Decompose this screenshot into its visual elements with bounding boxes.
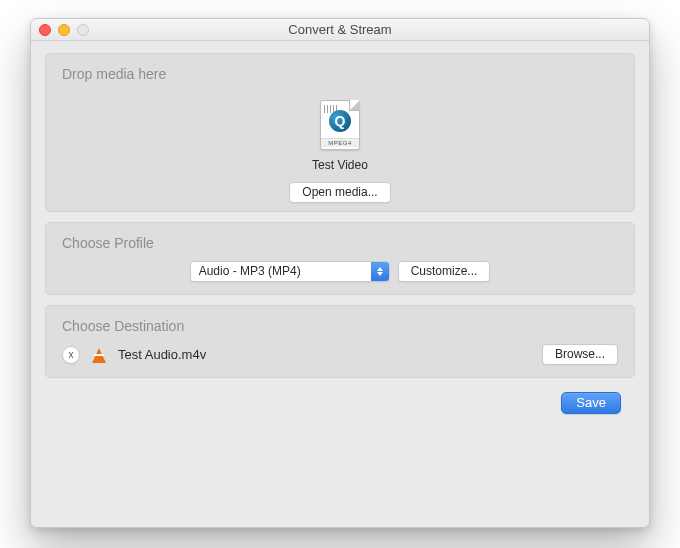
maximize-icon [77, 24, 89, 36]
media-file-icon: Q MPEG4 [320, 100, 360, 150]
window-title: Convert & Stream [31, 22, 649, 37]
titlebar: Convert & Stream [31, 19, 649, 41]
choose-destination-panel: Choose Destination x Test Audio.m4v Brow… [45, 305, 635, 378]
profile-selected: Audio - MP3 (MP4) [199, 264, 301, 278]
vlc-icon [90, 346, 108, 364]
chevron-up-down-icon [371, 262, 389, 281]
clear-destination-button[interactable]: x [62, 346, 80, 364]
format-badge: MPEG4 [321, 138, 359, 147]
media-name: Test Video [312, 158, 368, 172]
footer: Save [45, 388, 635, 414]
convert-stream-window: Convert & Stream Drop media here Q MPEG4… [30, 18, 650, 528]
media-file: Q MPEG4 Test Video Open media... [62, 100, 618, 203]
minimize-icon[interactable] [58, 24, 70, 36]
save-button[interactable]: Save [561, 392, 621, 414]
quicktime-icon: Q [329, 110, 351, 132]
destination-filename: Test Audio.m4v [118, 347, 206, 362]
choose-profile-panel: Choose Profile Audio - MP3 (MP4) Customi… [45, 222, 635, 295]
close-icon[interactable] [39, 24, 51, 36]
window-controls [39, 24, 89, 36]
drop-heading: Drop media here [62, 66, 618, 82]
open-media-button[interactable]: Open media... [289, 182, 390, 203]
drop-media-panel[interactable]: Drop media here Q MPEG4 Test Video Open … [45, 53, 635, 212]
profile-heading: Choose Profile [62, 235, 618, 251]
browse-button[interactable]: Browse... [542, 344, 618, 365]
customize-button[interactable]: Customize... [398, 261, 491, 282]
profile-select[interactable]: Audio - MP3 (MP4) [190, 261, 390, 282]
content: Drop media here Q MPEG4 Test Video Open … [31, 41, 649, 527]
destination-heading: Choose Destination [62, 318, 618, 334]
